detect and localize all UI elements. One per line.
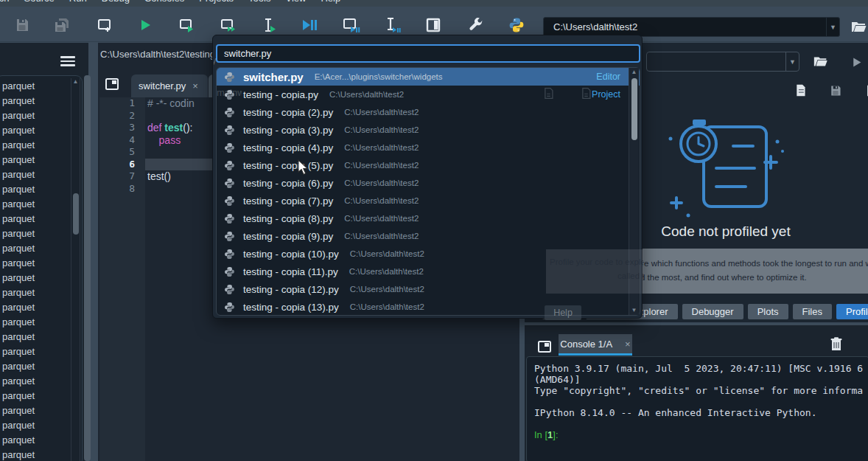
browse-tabs-icon[interactable]	[537, 339, 552, 357]
switcher-scrollbar[interactable]: ▲ ▼	[629, 68, 639, 315]
profiler-output-file-icon[interactable]	[791, 81, 809, 99]
scroll-down-arrow[interactable]: ▼	[629, 306, 639, 315]
menu-item[interactable]: Projects	[192, 0, 241, 4]
run-selection-button[interactable]	[259, 15, 279, 35]
switcher-result-row[interactable]: testing - copia (4).py C:\Users\dalth\te…	[217, 139, 640, 156]
list-item[interactable]: parquet	[0, 197, 82, 212]
browse-directory-folder-icon[interactable]	[849, 16, 868, 37]
list-item[interactable]: parquet	[0, 330, 82, 344]
sidebar-scrollbar[interactable]: ▲	[71, 78, 80, 461]
list-item[interactable]: parquet	[0, 108, 82, 123]
list-item[interactable]: parquet	[0, 212, 82, 226]
scrollbar-handle[interactable]	[631, 78, 637, 140]
list-item[interactable]: parquet	[0, 79, 82, 94]
list-item[interactable]: parquet	[0, 389, 82, 403]
switcher-result-row[interactable]: testing - copia (8).py C:\Users\dalth\te…	[217, 209, 640, 227]
switcher-result-row[interactable]: testing - copia (5).py C:\Users\dalth\te…	[217, 156, 640, 174]
list-item[interactable]: parquet	[0, 138, 82, 153]
list-item[interactable]: parquet	[0, 344, 82, 359]
menu-item[interactable]: Help	[313, 0, 348, 4]
menu-item[interactable]: Search	[0, 0, 17, 4]
switcher-result-row[interactable]: testing - copia (10).py C:\Users\dalth\t…	[217, 245, 640, 263]
switcher-search-input[interactable]: switcher.py	[216, 44, 640, 63]
preferences-wrench-icon[interactable]	[465, 15, 486, 35]
editor-tab-switcher[interactable]: switcher.py ×	[131, 74, 208, 97]
pane-options-hamburger-icon[interactable]	[60, 56, 75, 68]
pane-tab[interactable]: Profiler	[836, 304, 868, 319]
menu-item[interactable]: Run	[62, 0, 94, 4]
debug-file-button[interactable]	[299, 15, 320, 35]
list-item[interactable]: parquet	[0, 374, 82, 389]
list-item[interactable]: parquet	[0, 241, 82, 256]
python-file-icon	[224, 160, 235, 171]
menu-item[interactable]: Tools	[241, 0, 278, 4]
switcher-result-row[interactable]: testing - copia (7).py C:\Users\dalth\te…	[217, 192, 640, 209]
python-file-icon	[224, 72, 235, 83]
pane-tab[interactable]: Debugger	[682, 304, 743, 319]
tab-close-icon[interactable]: ×	[192, 80, 198, 91]
pane-tab[interactable]: Files	[793, 304, 832, 319]
list-item[interactable]: parquet	[0, 285, 82, 300]
maximize-pane-button[interactable]	[423, 15, 444, 35]
list-item[interactable]: parquet	[0, 300, 82, 315]
working-directory-combo[interactable]: C:\Users\dalth\test2 ▼	[543, 17, 840, 37]
list-item[interactable]: parquet	[0, 153, 82, 167]
pane-tab[interactable]: Plots	[748, 304, 788, 319]
switcher-result-row[interactable]: testing - copia (13).py C:\Users\dalth\t…	[217, 298, 640, 316]
menu-item[interactable]: Consoles	[137, 0, 192, 4]
result-filename: testing - copia (7).py	[243, 195, 333, 207]
list-item[interactable]: parquet	[0, 271, 82, 285]
profiler-open-file-folder-icon[interactable]	[812, 52, 830, 70]
scroll-up-arrow[interactable]: ▲	[629, 68, 639, 77]
list-item[interactable]: parquet	[0, 226, 82, 241]
list-item[interactable]: parquet	[0, 256, 82, 271]
combo-dropdown-arrow[interactable]: ▼	[785, 52, 799, 71]
list-item[interactable]: parquet	[0, 359, 82, 374]
scrollbar-handle[interactable]	[73, 193, 79, 235]
switcher-result-row[interactable]: testing - copia (3).py C:\Users\dalth\te…	[217, 121, 640, 139]
combo-dropdown-arrow[interactable]: ▼	[826, 18, 839, 36]
debug-cell-button[interactable]	[340, 15, 361, 35]
browse-tabs-icon[interactable]	[105, 77, 119, 94]
list-item[interactable]: parquet	[0, 182, 82, 197]
result-filepath: C:\Users\dalth\test2	[344, 232, 419, 240]
list-item[interactable]: parquet	[0, 167, 82, 182]
console-tab[interactable]: Console 1/A ×	[559, 334, 632, 356]
list-item[interactable]: parquet	[0, 123, 82, 138]
profiler-save-icon[interactable]	[827, 82, 844, 100]
menu-item[interactable]: Debug	[94, 0, 137, 4]
menu-item[interactable]: Source	[17, 0, 62, 4]
run-cell-advance-button[interactable]	[217, 15, 238, 35]
pane-splitter[interactable]	[84, 75, 91, 461]
list-item[interactable]: parquet	[0, 315, 82, 330]
profiler-file-combo[interactable]: ▼	[646, 52, 799, 72]
switcher-result-row[interactable]: testing - copia (2).py C:\Users\dalth\te…	[217, 103, 640, 121]
switcher-result-row[interactable]: testing - copia.py C:\Users\dalth\test2 …	[217, 86, 640, 103]
mouse-cursor	[297, 159, 309, 179]
run-file-button[interactable]	[135, 15, 155, 35]
tab-close-icon[interactable]: ×	[625, 339, 631, 350]
switcher-result-row[interactable]: testing - copia (9).py C:\Users\dalth\te…	[217, 227, 640, 245]
switcher-result-row[interactable]: testing - copia (11).py C:\Users\dalth\t…	[217, 263, 640, 280]
new-cell-button[interactable]	[94, 15, 115, 35]
profiler-run-icon[interactable]	[847, 53, 865, 71]
list-item[interactable]: parquet	[0, 448, 82, 461]
profiler-extra-icon[interactable]	[862, 82, 868, 100]
list-item[interactable]: parquet	[0, 403, 82, 418]
save-all-button[interactable]	[52, 15, 72, 35]
list-item[interactable]: parquet	[0, 94, 82, 108]
switcher-result-row[interactable]: testing - copia (12).py C:\Users\dalth\t…	[217, 280, 640, 298]
ipython-console-output[interactable]: Python 3.9.17 (main, Jul 5 2023, 20:47:1…	[526, 356, 868, 461]
save-button[interactable]	[12, 15, 32, 35]
switcher-result-row[interactable]: switcher.py E:\Acer...\plugins\switcher\…	[217, 68, 640, 86]
menu-item[interactable]: View	[278, 0, 313, 4]
run-cell-button[interactable]	[176, 15, 197, 35]
project-pane: parquetparquetparquetparquetparquetparqu…	[0, 43, 88, 461]
list-item[interactable]: parquet	[0, 418, 82, 433]
python-logo-icon[interactable]	[506, 15, 527, 35]
trash-icon[interactable]	[830, 336, 843, 354]
switcher-result-row[interactable]: testing - copia (6).py C:\Users\dalth\te…	[217, 174, 640, 192]
scroll-up-arrow[interactable]: ▲	[71, 78, 80, 86]
debug-selection-button[interactable]	[382, 15, 402, 35]
list-item[interactable]: parquet	[0, 433, 82, 448]
